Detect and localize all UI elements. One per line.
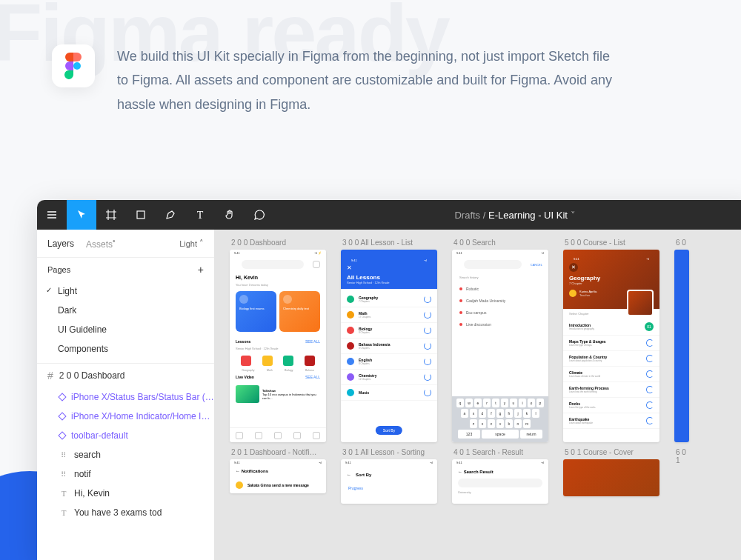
artboard-course-cover[interactable]: 5 0 1 Course - Cover xyxy=(563,448,659,504)
text-tool-icon[interactable]: T xyxy=(185,200,215,230)
layers-panel: Layers Assets• Light ˄ Pages + Light Dar… xyxy=(37,230,215,560)
hand-tool-icon[interactable] xyxy=(215,200,245,230)
component-icon xyxy=(58,393,66,401)
artboard-search-result[interactable]: 4 0 1 Search - Result 9:41•ıl ← Search R… xyxy=(452,448,548,504)
artboard-all-lessons[interactable]: 3 0 0 All Lesson - List 9:41•ıl ✕ All Le… xyxy=(341,239,437,442)
menu-icon[interactable] xyxy=(37,200,67,230)
frame-icon: # xyxy=(47,370,53,381)
component-icon xyxy=(58,431,66,439)
layer-item[interactable]: toolbar-default xyxy=(37,426,214,445)
page-item-dark[interactable]: Dark xyxy=(37,301,214,320)
tab-assets[interactable]: Assets• xyxy=(86,237,116,250)
figma-toolbar: T Drafts / E-Learning - UI Kit ˅ xyxy=(37,200,741,230)
layer-item[interactable]: TYou have 3 exams tod xyxy=(37,503,214,522)
component-icon xyxy=(58,412,66,420)
svg-text:T: T xyxy=(197,210,204,221)
text-icon: T xyxy=(59,489,68,498)
add-page-icon[interactable]: + xyxy=(198,264,204,276)
frame-layer[interactable]: #2 0 0 Dashboard xyxy=(37,363,214,387)
artboard-notif[interactable]: 2 0 1 Dashboard - Notifi… 9:41•ıl ← Noti… xyxy=(230,448,326,504)
artboard-course-list[interactable]: 5 0 0 Course - List 9:41•ıl ✕ Geography … xyxy=(563,239,659,442)
text-icon: T xyxy=(59,508,68,517)
figma-canvas[interactable]: 2 0 0 Dashboard 9:41•ıl ⚡ Hi, Kevin You … xyxy=(215,230,741,560)
group-icon: ⠿ xyxy=(59,470,68,479)
layer-item[interactable]: iPhone X/Status Bars/Status Bar (… xyxy=(37,387,214,407)
artboard-partial-2[interactable]: 6 0 1 xyxy=(674,448,689,504)
shape-tool-icon[interactable] xyxy=(126,200,156,230)
page-item-guideline[interactable]: UI Guideline xyxy=(37,320,214,339)
artboard-sorting[interactable]: 3 0 1 All Lesson - Sorting 9:41•ıl ← Sor… xyxy=(341,448,437,504)
layer-item[interactable]: ⠿notif xyxy=(37,464,214,484)
layer-item[interactable]: ⠿search xyxy=(37,445,214,464)
artboard-dashboard[interactable]: 2 0 0 Dashboard 9:41•ıl ⚡ Hi, Kevin You … xyxy=(230,239,326,442)
page-item-components[interactable]: Components xyxy=(37,339,214,359)
pages-header: Pages + xyxy=(37,257,214,281)
pen-tool-icon[interactable] xyxy=(156,200,185,230)
figma-logo-icon xyxy=(52,44,95,87)
page-selector[interactable]: Light ˄ xyxy=(179,239,204,248)
tab-layers[interactable]: Layers xyxy=(47,239,74,249)
artboard-partial[interactable]: 6 0 xyxy=(674,239,689,442)
hero-section: We build this UI Kit specially in Figma … xyxy=(0,0,741,131)
artboard-search[interactable]: 4 0 0 Search 9:41•ıl CANCEL Search histo… xyxy=(452,239,548,442)
figma-app-window: T Drafts / E-Learning - UI Kit ˅ Layers … xyxy=(37,200,741,560)
layer-item[interactable]: THi, Kevin xyxy=(37,484,214,503)
page-item-light[interactable]: Light xyxy=(37,281,214,301)
layer-item[interactable]: iPhone X/Home Indicator/Home I… xyxy=(37,407,214,426)
move-tool-icon[interactable] xyxy=(67,200,96,230)
frame-tool-icon[interactable] xyxy=(96,200,126,230)
hero-description: We build this UI Kit specially in Figma … xyxy=(117,44,621,116)
comment-tool-icon[interactable] xyxy=(245,200,274,230)
document-title[interactable]: Drafts / E-Learning - UI Kit ˅ xyxy=(274,210,741,221)
svg-rect-1 xyxy=(137,211,144,219)
group-icon: ⠿ xyxy=(59,450,68,459)
svg-point-0 xyxy=(73,62,81,70)
